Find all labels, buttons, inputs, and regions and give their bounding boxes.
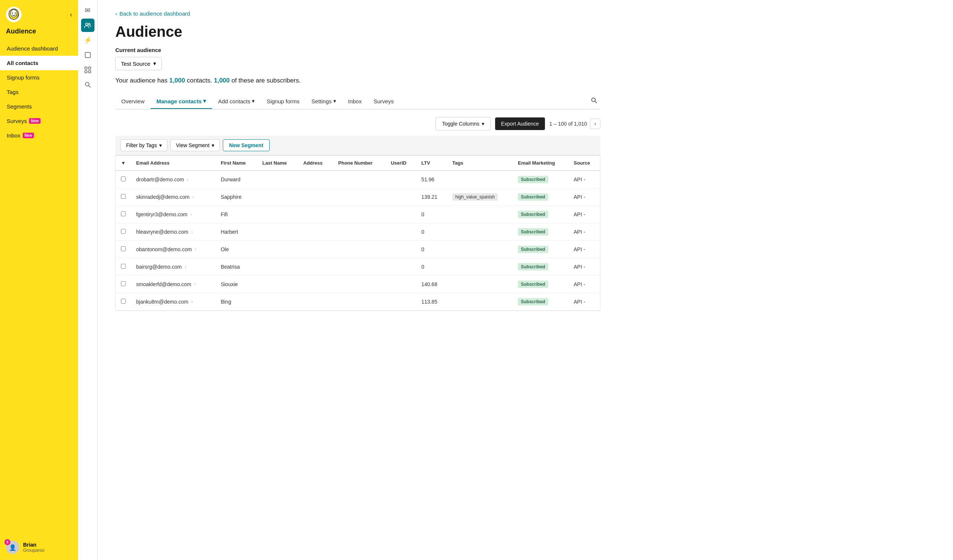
- row-email-7: bjanku8m@demo.com ›: [131, 293, 216, 311]
- sidebar-item-inbox[interactable]: InboxNew: [0, 128, 78, 143]
- checkbox-2[interactable]: [121, 212, 126, 216]
- row-address-5: [298, 258, 333, 276]
- audience-dropdown[interactable]: Test Source ▾: [115, 57, 162, 70]
- svg-point-3: [12, 12, 13, 14]
- select-all-chevron-icon[interactable]: ▾: [122, 160, 125, 166]
- checkbox-6[interactable]: [121, 281, 126, 286]
- tab-settings[interactable]: Settings ▾: [306, 94, 342, 109]
- row-checkbox-0[interactable]: [116, 170, 131, 189]
- add-contacts-chevron-icon: ▾: [252, 98, 255, 104]
- row-arrow-6[interactable]: ›: [194, 282, 197, 287]
- toggle-columns-chevron-icon: ▾: [482, 121, 484, 127]
- sidebar-item-audience-dashboard[interactable]: Audience dashboard: [0, 41, 78, 56]
- row-checkbox-1[interactable]: [116, 189, 131, 206]
- table-row[interactable]: bairsrg@demo.com › Beatrisa 0 Subscribed…: [116, 258, 600, 276]
- row-source-6: API -: [568, 276, 600, 293]
- table-row[interactable]: skinradedj@demo.com › Sapphire 139.21 hi…: [116, 189, 600, 206]
- pagination-next-button[interactable]: ›: [590, 119, 601, 129]
- svg-point-5: [16, 14, 18, 16]
- sidebar-item-all-contacts[interactable]: All contacts: [0, 56, 78, 70]
- icon-bar-campaigns[interactable]: ✉: [81, 4, 95, 17]
- row-arrow-1[interactable]: ›: [192, 194, 195, 200]
- row-checkbox-6[interactable]: [116, 276, 131, 293]
- filter-by-tags-button[interactable]: Filter by Tags ▾: [121, 139, 168, 151]
- tab-overview[interactable]: Overview: [115, 94, 151, 109]
- checkbox-7[interactable]: [121, 299, 126, 303]
- row-ltv-5: 0: [416, 258, 447, 276]
- tab-add-contacts[interactable]: Add contacts ▾: [212, 94, 261, 109]
- row-phone-5: [333, 258, 385, 276]
- table-row[interactable]: bjanku8m@demo.com › Bing 113.85 Subscrib…: [116, 293, 600, 311]
- row-firstname-1: Sapphire: [216, 189, 257, 206]
- row-arrow-0[interactable]: ›: [187, 177, 190, 182]
- row-tags-4: [447, 241, 512, 258]
- row-address-1: [298, 189, 333, 206]
- contacts-count: 1,000: [169, 77, 185, 84]
- row-checkbox-2[interactable]: [116, 206, 131, 223]
- icon-bar-integrations[interactable]: [81, 63, 95, 77]
- col-header-firstname: First Name: [216, 156, 257, 170]
- sidebar-item-segments[interactable]: Segments: [0, 99, 78, 114]
- sidebar-footer: 5 👤 Brian Grouparoo: [0, 535, 78, 560]
- icon-bar-content[interactable]: [81, 48, 95, 62]
- row-arrow-4[interactable]: ›: [195, 247, 198, 252]
- checkbox-0[interactable]: [121, 176, 126, 181]
- row-lastname-1: [257, 189, 298, 206]
- export-audience-button[interactable]: Export Audience: [495, 118, 545, 130]
- back-link[interactable]: ‹ Back to audience dashboard: [115, 11, 190, 17]
- checkbox-5[interactable]: [121, 264, 126, 269]
- toggle-columns-button[interactable]: Toggle Columns ▾: [436, 117, 490, 130]
- checkbox-1[interactable]: [121, 194, 126, 199]
- main-content: ‹ Back to audience dashboard Audience Cu…: [98, 0, 953, 560]
- sidebar-collapse-button[interactable]: ‹: [70, 11, 72, 19]
- pagination-text: 1 – 100 of 1,010: [549, 121, 587, 127]
- row-tags-7: [447, 293, 512, 311]
- row-address-7: [298, 293, 333, 311]
- sidebar-item-tags[interactable]: Tags: [0, 85, 78, 99]
- view-segment-label: View Segment: [176, 142, 210, 148]
- view-segment-button[interactable]: View Segment ▾: [170, 139, 220, 151]
- settings-chevron-icon: ▾: [333, 98, 336, 104]
- row-arrow-3[interactable]: ›: [191, 229, 194, 235]
- row-arrow-7[interactable]: ›: [191, 299, 194, 304]
- new-segment-button[interactable]: New Segment: [223, 139, 270, 151]
- row-phone-3: [333, 223, 385, 241]
- sidebar-item-signup-forms[interactable]: Signup forms: [0, 70, 78, 85]
- tab-inbox[interactable]: Inbox: [342, 94, 368, 109]
- search-icon[interactable]: [588, 93, 601, 109]
- row-checkbox-3[interactable]: [116, 223, 131, 241]
- row-arrow-2[interactable]: ›: [191, 212, 193, 217]
- svg-rect-9: [85, 67, 87, 69]
- pagination-info: 1 – 100 of 1,010 ›: [549, 119, 601, 129]
- tab-surveys[interactable]: Surveys: [368, 94, 399, 109]
- row-email-0: drobartr@demo.com ›: [131, 170, 216, 189]
- badge-inbox: New: [23, 133, 34, 138]
- row-checkbox-7[interactable]: [116, 293, 131, 311]
- table-row[interactable]: smoaklerfd@demo.com › Siouxie 140.68 Sub…: [116, 276, 600, 293]
- row-address-3: [298, 223, 333, 241]
- row-lastname-3: [257, 223, 298, 241]
- row-phone-2: [333, 206, 385, 223]
- row-checkbox-5[interactable]: [116, 258, 131, 276]
- row-email-5: bairsrg@demo.com ›: [131, 258, 216, 276]
- table-row[interactable]: fgentiryr3@demo.com › Fifi 0 Subscribed …: [116, 206, 600, 223]
- table-row[interactable]: hleavryne@demo.com › Harbert 0 Subscribe…: [116, 223, 600, 241]
- tab-signup-forms[interactable]: Signup forms: [261, 94, 306, 109]
- row-checkbox-4[interactable]: [116, 241, 131, 258]
- icon-bar-search[interactable]: [81, 78, 95, 91]
- tab-manage-contacts[interactable]: Manage contacts ▾: [151, 94, 213, 109]
- icon-bar-audience[interactable]: [81, 19, 95, 32]
- sidebar-item-surveys[interactable]: SurveysNew: [0, 114, 78, 128]
- checkbox-4[interactable]: [121, 246, 126, 251]
- row-arrow-5[interactable]: ›: [185, 264, 188, 269]
- table-row[interactable]: drobartr@demo.com › Durward 51.96 Subscr…: [116, 170, 600, 189]
- table-row[interactable]: obantonom@demo.com › Ole 0 Subscribed AP…: [116, 241, 600, 258]
- checkbox-3[interactable]: [121, 229, 126, 234]
- svg-rect-12: [88, 71, 91, 73]
- icon-bar-automations[interactable]: ⚡: [81, 34, 95, 47]
- row-userid-4: [386, 241, 416, 258]
- row-lastname-5: [257, 258, 298, 276]
- row-userid-5: [386, 258, 416, 276]
- col-header-tags: Tags: [447, 156, 512, 170]
- row-email-2: fgentiryr3@demo.com ›: [131, 206, 216, 223]
